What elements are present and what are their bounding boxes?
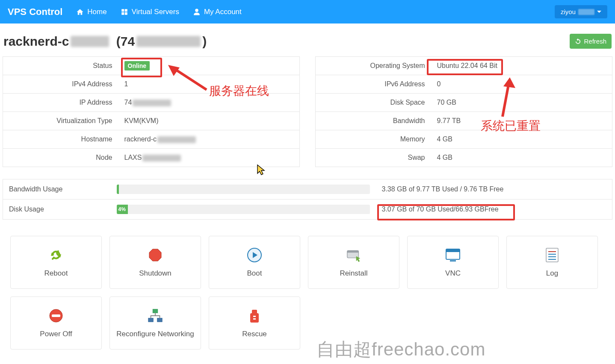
action-reboot[interactable]: Reboot xyxy=(10,236,102,289)
caret-down-icon xyxy=(597,10,601,14)
svg-rect-7 xyxy=(546,248,558,262)
details-right: Operating SystemUbuntu 22.04 64 BitIPv6 … xyxy=(315,56,612,167)
svg-rect-14 xyxy=(153,309,157,313)
usage-table: Bandwidth Usage 3.38 GB of 9.77 TB Used … xyxy=(3,179,612,220)
svg-rect-6 xyxy=(450,260,456,261)
svg-rect-19 xyxy=(253,316,256,317)
bandwidth-usage-row: Bandwidth Usage 3.38 GB of 9.77 TB Used … xyxy=(3,179,612,200)
action-shutdown[interactable]: Shutdown xyxy=(109,236,201,289)
nav-home[interactable]: Home xyxy=(76,8,106,16)
detail-row: Memory4 GB xyxy=(316,130,612,149)
detail-row: StatusOnline xyxy=(3,57,300,75)
svg-rect-3 xyxy=(347,251,359,253)
grid-icon xyxy=(121,8,128,16)
detail-row: Operating SystemUbuntu 22.04 64 Bit xyxy=(316,57,612,75)
svg-rect-20 xyxy=(253,318,256,320)
svg-rect-5 xyxy=(446,249,460,252)
action-reconfigure-networking[interactable]: Reconfigure Networking xyxy=(109,296,201,349)
bandwidth-progress xyxy=(117,185,370,194)
action-reinstall[interactable]: Reinstall xyxy=(308,236,399,289)
shutdown-icon xyxy=(147,247,163,263)
action-rescue[interactable]: Rescue xyxy=(209,296,300,349)
svg-rect-18 xyxy=(252,310,257,314)
detail-row: Virtualization TypeKVM(KVM) xyxy=(3,112,300,130)
detail-row: IPv6 Address0 xyxy=(316,75,612,94)
vnc-icon xyxy=(445,247,461,263)
status-badge: Online xyxy=(124,61,150,70)
svg-marker-0 xyxy=(149,249,161,261)
action-boot[interactable]: Boot xyxy=(209,236,300,289)
rescue-icon xyxy=(246,308,263,324)
detail-row: Bandwidth9.77 TB xyxy=(316,112,612,130)
detail-row: Hostnameracknerd-c xyxy=(3,130,300,149)
svg-rect-16 xyxy=(157,318,162,322)
log-icon xyxy=(544,247,560,263)
svg-rect-15 xyxy=(148,318,153,322)
boot-icon xyxy=(246,247,263,263)
svg-rect-17 xyxy=(250,313,259,323)
brand: VPS Control xyxy=(8,6,62,18)
action-power-off[interactable]: Power Off xyxy=(10,296,102,349)
reconfigure-networking-icon xyxy=(147,308,163,324)
reinstall-icon xyxy=(346,247,362,263)
action-log[interactable]: Log xyxy=(506,236,598,289)
detail-row: IPv4 Address1 xyxy=(3,75,300,94)
reboot-icon xyxy=(48,247,64,263)
disk-usage-row: Disk Usage 4% 3.07 GB of 70 GB Used/66.9… xyxy=(3,200,612,220)
navbar: VPS Control Home Virtual Servers My Acco… xyxy=(0,0,615,23)
nav-my-account[interactable]: My Account xyxy=(193,8,242,16)
power-off-icon xyxy=(48,308,64,324)
action-vnc[interactable]: VNC xyxy=(407,236,499,289)
details-left: StatusOnlineIPv4 Address1IP Address74Vir… xyxy=(3,56,300,167)
home-icon xyxy=(76,8,84,16)
refresh-button[interactable]: Refresh xyxy=(570,34,612,49)
detail-row: IP Address74 xyxy=(3,94,300,112)
user-icon xyxy=(193,8,201,16)
detail-row: NodeLAXS xyxy=(3,149,300,167)
nav-virtual-servers[interactable]: Virtual Servers xyxy=(121,8,179,16)
detail-row: Swap4 GB xyxy=(316,149,612,167)
detail-row: Disk Space70 GB xyxy=(316,94,612,112)
page-title: racknerd-c (74) xyxy=(3,34,207,49)
user-menu-button[interactable]: ziyou xyxy=(555,5,607,18)
actions: RebootShutdownBootReinstallVNCLogPower O… xyxy=(0,220,615,358)
refresh-icon xyxy=(575,38,581,44)
svg-rect-13 xyxy=(52,314,60,317)
disk-progress: 4% xyxy=(117,205,370,214)
